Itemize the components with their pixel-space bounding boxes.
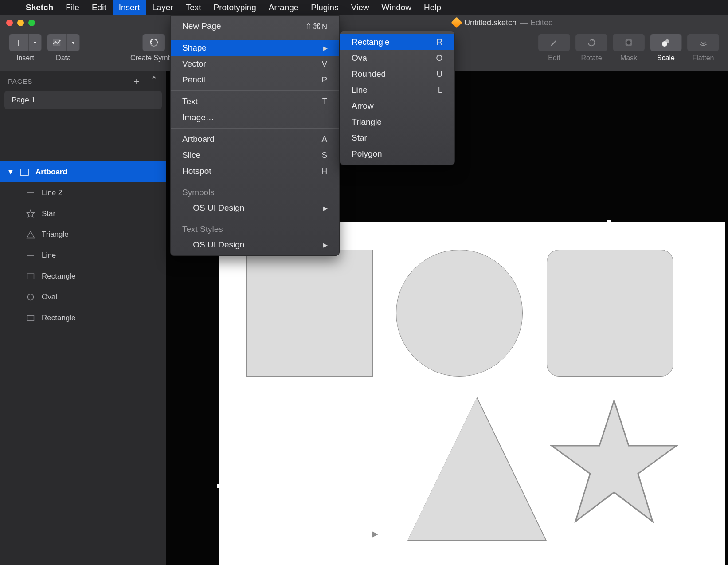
flatten-tool-button[interactable] xyxy=(687,34,719,51)
menu-symbols-ios[interactable]: iOS UI Design▶ xyxy=(171,200,339,216)
artboard-icon xyxy=(20,167,29,177)
mask-tool-button[interactable] xyxy=(613,34,645,51)
menu-app[interactable]: Sketch xyxy=(20,0,59,15)
layer-label: Oval xyxy=(42,293,57,302)
layer-line[interactable]: Line xyxy=(0,245,166,266)
layer-triangle[interactable]: Triangle xyxy=(0,224,166,245)
menu-separator xyxy=(171,37,339,37)
shape-oval[interactable] xyxy=(396,250,523,377)
shape-triangle[interactable] xyxy=(408,398,545,540)
scale-tool-label: Scale xyxy=(657,54,675,62)
svg-point-10 xyxy=(27,294,33,300)
menu-shape-rectangle[interactable]: RectangleR xyxy=(340,34,454,50)
svg-marker-6 xyxy=(27,210,35,217)
shape-star[interactable] xyxy=(548,395,681,528)
menu-file[interactable]: File xyxy=(59,0,86,15)
menu-text-item[interactable]: TextT xyxy=(171,94,339,110)
menu-help[interactable]: Help xyxy=(418,0,447,15)
layer-artboard[interactable]: ▼ Artboard xyxy=(0,161,166,182)
menu-window[interactable]: Window xyxy=(376,0,418,15)
menu-shortcut: ⇧⌘N xyxy=(305,21,328,31)
menu-arrange[interactable]: Arrange xyxy=(262,0,305,15)
selection-handle[interactable] xyxy=(607,220,611,224)
menu-shape[interactable]: Shape▶ xyxy=(171,40,339,56)
menu-shape-arrow[interactable]: Arrow xyxy=(340,98,454,114)
menu-layer[interactable]: Layer xyxy=(146,0,180,15)
insert-dropdown: New Page⇧⌘N Shape▶ VectorV PencilP TextT… xyxy=(170,15,340,256)
menu-vector[interactable]: VectorV xyxy=(171,56,339,72)
rotate-tool-label: Rotate xyxy=(581,54,602,62)
menu-textstyles-header: Text Styles xyxy=(171,222,339,237)
edit-tool-button[interactable] xyxy=(538,34,570,51)
menu-hotspot[interactable]: HotspotH xyxy=(171,163,339,179)
insert-button-dropdown[interactable]: ▾ xyxy=(28,34,42,51)
star-icon xyxy=(26,209,35,219)
add-page-icon[interactable]: ＋ xyxy=(132,75,142,88)
line-icon xyxy=(26,251,35,260)
page-row[interactable]: Page 1 xyxy=(4,91,162,109)
window-close-dot[interactable] xyxy=(6,20,13,26)
menu-shape-polygon[interactable]: Polygon xyxy=(340,146,454,162)
menu-shape-oval[interactable]: OvalO xyxy=(340,50,454,66)
layer-rectangle-2[interactable]: Rectangle xyxy=(0,307,166,328)
menu-textstyles-ios[interactable]: iOS UI Design▶ xyxy=(171,237,339,253)
data-button[interactable] xyxy=(47,34,67,51)
menu-label: Rounded xyxy=(352,69,386,79)
doc-name: Untitled.sketch xyxy=(464,18,517,27)
menu-label: Hotspot xyxy=(182,166,211,176)
collapse-pages-icon[interactable]: ⌃ xyxy=(150,75,158,88)
window-min-dot[interactable] xyxy=(17,20,24,26)
layer-label: Rectangle xyxy=(42,272,76,281)
menu-label: New Page xyxy=(182,21,221,31)
menu-new-page[interactable]: New Page⇧⌘N xyxy=(171,18,339,34)
shape-rounded[interactable] xyxy=(547,250,673,377)
menu-insert[interactable]: Insert xyxy=(113,0,146,15)
menu-separator xyxy=(171,182,339,182)
menu-slice[interactable]: SliceS xyxy=(171,147,339,163)
rectangle-icon xyxy=(26,271,35,281)
menu-view[interactable]: View xyxy=(345,0,376,15)
data-label: Data xyxy=(56,54,71,62)
oval-icon xyxy=(26,292,35,302)
menu-separator xyxy=(171,128,339,129)
scale-tool-button[interactable] xyxy=(650,34,682,51)
window-max-dot[interactable] xyxy=(28,20,35,26)
layer-rectangle[interactable]: Rectangle xyxy=(0,266,166,286)
layer-oval[interactable]: Oval xyxy=(0,286,166,307)
menu-prototyping[interactable]: Prototyping xyxy=(207,0,262,15)
layer-label: Line 2 xyxy=(42,188,62,197)
menu-shape-line[interactable]: LineL xyxy=(340,82,454,98)
data-button-dropdown[interactable]: ▾ xyxy=(67,34,80,51)
menu-label: iOS UI Design xyxy=(191,240,244,250)
menu-image[interactable]: Image… xyxy=(171,110,339,126)
selection-handle[interactable] xyxy=(217,484,221,488)
menu-label: Rectangle xyxy=(352,37,390,47)
layer-label: Triangle xyxy=(42,230,69,239)
menu-edit[interactable]: Edit xyxy=(86,0,113,15)
rotate-tool-button[interactable] xyxy=(575,34,607,51)
window-titlebar: Untitled.sketch — Edited xyxy=(0,15,728,30)
menu-artboard[interactable]: ArtboardA xyxy=(171,131,339,147)
menu-shortcut: O xyxy=(436,53,443,63)
window-title: Untitled.sketch — Edited xyxy=(453,18,553,27)
menu-plugins[interactable]: Plugins xyxy=(305,0,344,15)
layer-star[interactable]: Star xyxy=(0,203,166,224)
svg-rect-4 xyxy=(20,169,28,175)
flatten-tool-label: Flatten xyxy=(693,54,714,62)
menu-shape-star[interactable]: Star xyxy=(340,130,454,146)
svg-marker-7 xyxy=(27,231,35,238)
insert-button[interactable]: ＋ xyxy=(9,34,28,51)
layer-line2[interactable]: Line 2 xyxy=(0,182,166,203)
shape-arrow[interactable] xyxy=(246,534,377,534)
menu-shape-triangle[interactable]: Triangle xyxy=(340,114,454,130)
disclosure-triangle-icon[interactable]: ▼ xyxy=(8,168,13,177)
menu-pencil[interactable]: PencilP xyxy=(171,72,339,88)
artboard-canvas[interactable] xyxy=(219,222,725,565)
menu-shape-rounded[interactable]: RoundedU xyxy=(340,66,454,82)
create-symbol-button[interactable] xyxy=(142,34,165,51)
shape-rectangle[interactable] xyxy=(246,250,373,377)
shape-line[interactable] xyxy=(246,494,377,494)
menu-label: Text xyxy=(182,97,198,106)
menu-text[interactable]: Text xyxy=(180,0,207,15)
svg-rect-9 xyxy=(27,274,34,279)
